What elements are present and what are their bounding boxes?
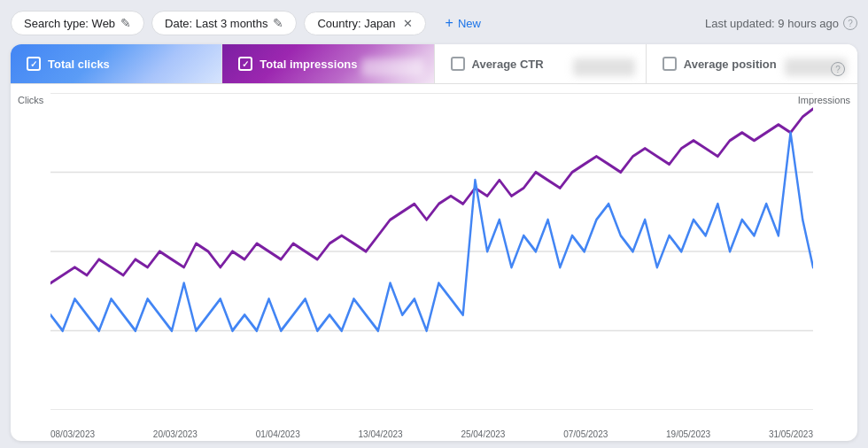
ctr-checkbox[interactable]: [451, 57, 465, 71]
main-card: Total clicks Total impressions Average C…: [11, 44, 857, 441]
chart-area: Clicks Impressions 30 20 10 0 30 0 08/03…: [11, 84, 857, 441]
x-label-1: 20/03/2023: [153, 429, 198, 439]
position-tab-label: Average position: [684, 58, 777, 71]
clicks-tab-label: Total clicks: [48, 58, 110, 71]
x-label-0: 08/03/2023: [50, 429, 95, 439]
x-axis-labels: 08/03/2023 20/03/2023 01/04/2023 13/04/2…: [50, 429, 813, 439]
tab-average-ctr[interactable]: Average CTR: [435, 44, 647, 83]
impressions-blurred-value: [361, 58, 423, 76]
x-label-3: 13/04/2023: [359, 429, 403, 439]
close-icon[interactable]: ✕: [403, 17, 413, 30]
x-label-7: 31/05/2023: [769, 429, 813, 439]
x-label-4: 25/04/2023: [461, 429, 505, 439]
filter-bar: Search type: Web ✎ Date: Last 3 months ✎…: [11, 7, 857, 44]
impressions-tab-label: Total impressions: [260, 58, 357, 71]
metric-tabs: Total clicks Total impressions Average C…: [11, 44, 857, 84]
edit-icon: ✎: [120, 16, 131, 30]
ctr-blurred-value: [573, 58, 635, 76]
clicks-checkbox[interactable]: [27, 57, 41, 71]
country-label: Country: Japan: [317, 17, 395, 30]
x-label-6: 19/05/2023: [666, 429, 710, 439]
chart-svg: 30 20 10 0 30 0: [50, 93, 813, 410]
ctr-tab-label: Average CTR: [472, 58, 544, 71]
new-button[interactable]: + New: [433, 11, 493, 35]
impressions-checkbox[interactable]: [238, 57, 252, 71]
last-updated: Last updated: 9 hours ago ?: [705, 16, 857, 30]
date-chip[interactable]: Date: Last 3 months ✎: [151, 11, 297, 35]
search-type-label: Search type: Web: [24, 17, 115, 30]
clicks-line: [50, 133, 813, 331]
impressions-line: [50, 109, 813, 283]
last-updated-text: Last updated: 9 hours ago: [705, 17, 839, 30]
position-help-icon[interactable]: ?: [831, 62, 845, 76]
tab-total-clicks[interactable]: Total clicks: [11, 44, 222, 83]
tab-average-position[interactable]: Average position ?: [647, 44, 857, 83]
country-chip[interactable]: Country: Japan ✕: [304, 12, 425, 35]
edit-icon-2: ✎: [273, 16, 283, 30]
x-label-5: 07/05/2023: [563, 429, 608, 439]
plus-icon: +: [446, 15, 453, 31]
x-label-2: 01/04/2023: [256, 429, 300, 439]
search-type-chip[interactable]: Search type: Web ✎: [11, 11, 144, 35]
y-axis-left-label: Clicks: [18, 95, 43, 105]
date-label: Date: Last 3 months: [165, 17, 267, 30]
y-axis-right-label: Impressions: [798, 95, 850, 105]
last-updated-help-icon[interactable]: ?: [843, 16, 857, 30]
new-button-label: New: [458, 17, 481, 30]
tab-total-impressions[interactable]: Total impressions: [222, 44, 434, 83]
position-checkbox[interactable]: [663, 57, 677, 71]
